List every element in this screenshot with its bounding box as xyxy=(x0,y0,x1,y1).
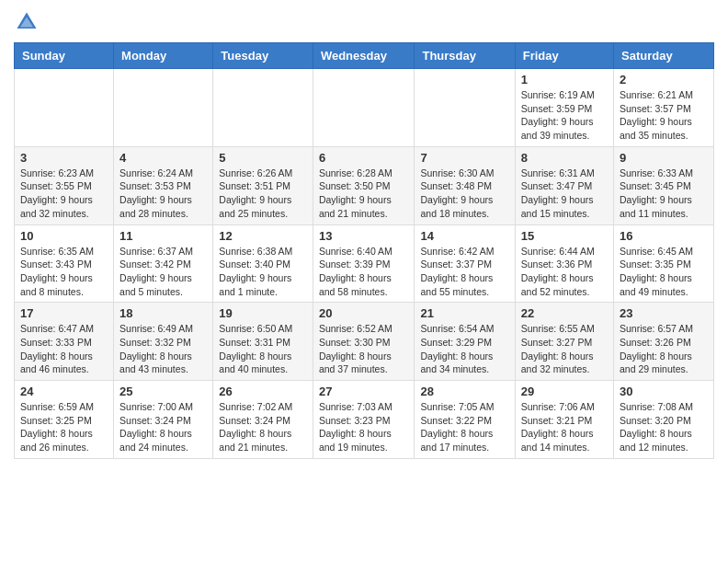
day-number: 4 xyxy=(119,151,207,165)
day-number: 10 xyxy=(20,229,108,243)
weekday-header-tuesday: Tuesday xyxy=(213,43,313,69)
day-number: 6 xyxy=(319,151,409,165)
calendar-cell: 13Sunrise: 6:40 AM Sunset: 3:39 PM Dayli… xyxy=(313,224,415,303)
day-number: 11 xyxy=(119,229,207,243)
calendar-cell: 25Sunrise: 7:00 AM Sunset: 3:24 PM Dayli… xyxy=(114,381,213,459)
day-info: Sunrise: 6:52 AM Sunset: 3:30 PM Dayligh… xyxy=(319,322,409,376)
calendar-cell xyxy=(114,69,213,147)
day-info: Sunrise: 6:23 AM Sunset: 3:55 PM Dayligh… xyxy=(20,167,108,221)
day-info: Sunrise: 6:50 AM Sunset: 3:31 PM Dayligh… xyxy=(219,322,307,376)
day-number: 21 xyxy=(420,306,508,320)
calendar-cell xyxy=(213,69,313,147)
calendar-cell: 28Sunrise: 7:05 AM Sunset: 3:22 PM Dayli… xyxy=(415,381,515,459)
calendar-cell: 3Sunrise: 6:23 AM Sunset: 3:55 PM Daylig… xyxy=(15,146,114,224)
day-number: 25 xyxy=(119,385,207,398)
day-info: Sunrise: 6:40 AM Sunset: 3:39 PM Dayligh… xyxy=(319,245,409,299)
calendar-week-row: 1Sunrise: 6:19 AM Sunset: 3:59 PM Daylig… xyxy=(15,69,714,147)
day-number: 2 xyxy=(620,73,708,86)
day-number: 3 xyxy=(20,151,108,165)
calendar-cell xyxy=(415,69,515,147)
calendar-cell: 23Sunrise: 6:57 AM Sunset: 3:26 PM Dayli… xyxy=(614,303,714,381)
calendar-header: SundayMondayTuesdayWednesdayThursdayFrid… xyxy=(15,43,714,69)
day-info: Sunrise: 6:47 AM Sunset: 3:33 PM Dayligh… xyxy=(20,322,108,376)
calendar-cell: 9Sunrise: 6:33 AM Sunset: 3:45 PM Daylig… xyxy=(614,146,714,224)
day-number: 13 xyxy=(319,229,409,243)
weekday-header-saturday: Saturday xyxy=(614,43,714,69)
calendar-cell: 15Sunrise: 6:44 AM Sunset: 3:36 PM Dayli… xyxy=(515,224,613,303)
day-number: 12 xyxy=(219,229,307,243)
day-info: Sunrise: 7:08 AM Sunset: 3:20 PM Dayligh… xyxy=(620,400,708,454)
day-number: 22 xyxy=(521,306,608,320)
calendar-week-row: 17Sunrise: 6:47 AM Sunset: 3:33 PM Dayli… xyxy=(15,303,714,381)
day-info: Sunrise: 7:05 AM Sunset: 3:22 PM Dayligh… xyxy=(420,400,508,454)
day-info: Sunrise: 7:06 AM Sunset: 3:21 PM Dayligh… xyxy=(521,400,608,454)
calendar-week-row: 24Sunrise: 6:59 AM Sunset: 3:25 PM Dayli… xyxy=(15,381,714,459)
day-number: 17 xyxy=(20,306,108,320)
day-info: Sunrise: 6:19 AM Sunset: 3:59 PM Dayligh… xyxy=(521,88,608,143)
day-info: Sunrise: 6:37 AM Sunset: 3:42 PM Dayligh… xyxy=(119,245,207,299)
day-info: Sunrise: 6:45 AM Sunset: 3:35 PM Dayligh… xyxy=(620,245,708,299)
calendar-cell: 24Sunrise: 6:59 AM Sunset: 3:25 PM Dayli… xyxy=(15,381,114,459)
day-number: 15 xyxy=(521,229,608,243)
day-number: 29 xyxy=(521,385,608,398)
day-number: 8 xyxy=(521,151,608,165)
weekday-header-thursday: Thursday xyxy=(415,43,515,69)
calendar-cell: 19Sunrise: 6:50 AM Sunset: 3:31 PM Dayli… xyxy=(213,303,313,381)
calendar-cell: 29Sunrise: 7:06 AM Sunset: 3:21 PM Dayli… xyxy=(515,381,613,459)
calendar-cell: 12Sunrise: 6:38 AM Sunset: 3:40 PM Dayli… xyxy=(213,224,313,303)
day-number: 27 xyxy=(319,385,409,398)
calendar-cell: 11Sunrise: 6:37 AM Sunset: 3:42 PM Dayli… xyxy=(114,224,213,303)
day-number: 23 xyxy=(620,306,708,320)
day-info: Sunrise: 6:44 AM Sunset: 3:36 PM Dayligh… xyxy=(521,245,608,299)
calendar-cell: 22Sunrise: 6:55 AM Sunset: 3:27 PM Dayli… xyxy=(515,303,613,381)
calendar-cell: 21Sunrise: 6:54 AM Sunset: 3:29 PM Dayli… xyxy=(415,303,515,381)
calendar-cell: 5Sunrise: 6:26 AM Sunset: 3:51 PM Daylig… xyxy=(213,146,313,224)
day-info: Sunrise: 6:38 AM Sunset: 3:40 PM Dayligh… xyxy=(219,245,307,299)
day-info: Sunrise: 6:42 AM Sunset: 3:37 PM Dayligh… xyxy=(420,245,508,299)
calendar-cell: 30Sunrise: 7:08 AM Sunset: 3:20 PM Dayli… xyxy=(614,381,714,459)
calendar-cell: 16Sunrise: 6:45 AM Sunset: 3:35 PM Dayli… xyxy=(614,224,714,303)
day-number: 16 xyxy=(620,229,708,243)
day-info: Sunrise: 6:59 AM Sunset: 3:25 PM Dayligh… xyxy=(20,400,108,454)
day-info: Sunrise: 6:24 AM Sunset: 3:53 PM Dayligh… xyxy=(119,167,207,221)
day-number: 9 xyxy=(620,151,708,165)
calendar-body: 1Sunrise: 6:19 AM Sunset: 3:59 PM Daylig… xyxy=(15,69,714,459)
day-info: Sunrise: 6:54 AM Sunset: 3:29 PM Dayligh… xyxy=(420,322,508,376)
weekday-header-wednesday: Wednesday xyxy=(313,43,415,69)
calendar-cell: 26Sunrise: 7:02 AM Sunset: 3:24 PM Dayli… xyxy=(213,381,313,459)
day-number: 28 xyxy=(420,385,508,398)
weekday-header-monday: Monday xyxy=(114,43,213,69)
calendar-cell xyxy=(313,69,415,147)
calendar-table: SundayMondayTuesdayWednesdayThursdayFrid… xyxy=(14,42,714,459)
day-info: Sunrise: 6:55 AM Sunset: 3:27 PM Dayligh… xyxy=(521,322,608,376)
day-number: 1 xyxy=(521,73,608,86)
weekday-header-sunday: Sunday xyxy=(15,43,114,69)
calendar-cell: 2Sunrise: 6:21 AM Sunset: 3:57 PM Daylig… xyxy=(614,69,714,147)
calendar-cell: 27Sunrise: 7:03 AM Sunset: 3:23 PM Dayli… xyxy=(313,381,415,459)
day-number: 19 xyxy=(219,306,307,320)
day-number: 26 xyxy=(219,385,307,398)
day-info: Sunrise: 6:35 AM Sunset: 3:43 PM Dayligh… xyxy=(20,245,108,299)
calendar-cell: 7Sunrise: 6:30 AM Sunset: 3:48 PM Daylig… xyxy=(415,146,515,224)
day-info: Sunrise: 6:49 AM Sunset: 3:32 PM Dayligh… xyxy=(119,322,207,376)
day-number: 7 xyxy=(420,151,508,165)
day-number: 24 xyxy=(20,385,108,398)
header xyxy=(14,9,714,35)
day-info: Sunrise: 7:02 AM Sunset: 3:24 PM Dayligh… xyxy=(219,400,307,454)
day-info: Sunrise: 6:26 AM Sunset: 3:51 PM Dayligh… xyxy=(219,167,307,221)
calendar-cell: 20Sunrise: 6:52 AM Sunset: 3:30 PM Dayli… xyxy=(313,303,415,381)
day-info: Sunrise: 6:57 AM Sunset: 3:26 PM Dayligh… xyxy=(620,322,708,376)
calendar-cell: 6Sunrise: 6:28 AM Sunset: 3:50 PM Daylig… xyxy=(313,146,415,224)
logo-icon xyxy=(14,9,40,35)
day-number: 20 xyxy=(319,306,409,320)
day-info: Sunrise: 6:28 AM Sunset: 3:50 PM Dayligh… xyxy=(319,167,409,221)
day-info: Sunrise: 7:00 AM Sunset: 3:24 PM Dayligh… xyxy=(119,400,207,454)
weekday-row: SundayMondayTuesdayWednesdayThursdayFrid… xyxy=(15,43,714,69)
calendar-cell: 8Sunrise: 6:31 AM Sunset: 3:47 PM Daylig… xyxy=(515,146,613,224)
calendar-cell: 18Sunrise: 6:49 AM Sunset: 3:32 PM Dayli… xyxy=(114,303,213,381)
day-number: 5 xyxy=(219,151,307,165)
calendar-cell: 17Sunrise: 6:47 AM Sunset: 3:33 PM Dayli… xyxy=(15,303,114,381)
calendar-cell: 4Sunrise: 6:24 AM Sunset: 3:53 PM Daylig… xyxy=(114,146,213,224)
day-number: 14 xyxy=(420,229,508,243)
day-number: 30 xyxy=(620,385,708,398)
